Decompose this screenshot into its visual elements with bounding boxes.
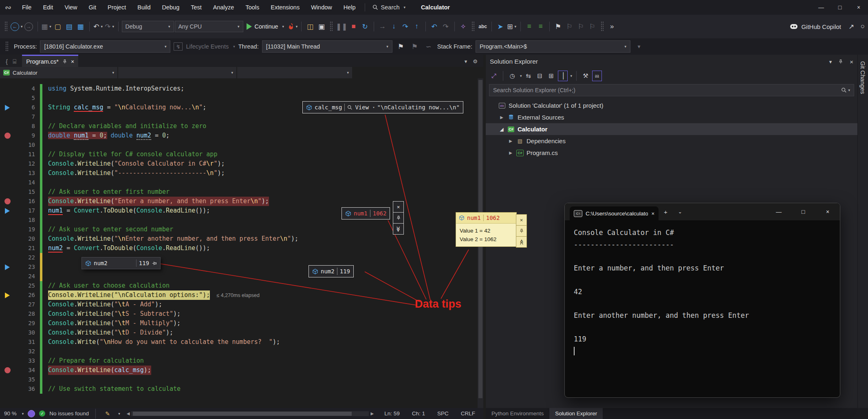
lifecycle-events-label[interactable]: Lifecycle Events — [186, 43, 229, 50]
breakpoint-gutter[interactable] — [0, 281, 15, 290]
code-text[interactable]: Console.WriteLine("\tA - Add"); — [42, 300, 162, 309]
breakpoint-gutter[interactable] — [0, 206, 15, 215]
code-text[interactable]: Console.WriteLine("Enter a number, and t… — [42, 197, 269, 206]
show-whitespace-icon[interactable]: abc — [478, 20, 488, 33]
code-text[interactable]: num1 = Convert.ToDouble(Console.ReadLine… — [42, 206, 210, 215]
code-line-22[interactable]: 22 — [0, 253, 483, 262]
breakpoint-gutter[interactable] — [0, 187, 15, 197]
panel-tab-solution-explorer[interactable]: Solution Explorer — [549, 408, 603, 419]
show-threads-in-source-icon[interactable]: ⚑ — [396, 40, 406, 53]
breakpoint-gutter[interactable] — [0, 140, 15, 150]
tree-expander-icon[interactable]: ▶ — [508, 139, 513, 143]
redo-icon[interactable]: ↷▾ — [104, 20, 115, 33]
code-text[interactable]: Console.WriteLine("\nCalculation options… — [42, 290, 260, 300]
code-text[interactable] — [42, 93, 48, 103]
switch-views-icon[interactable]: ⤢ — [489, 71, 499, 81]
pinned-datatip-note[interactable]: num1 1062 Value 1 = 42Value 2 = 1062 — [456, 212, 517, 247]
code-text[interactable]: // Ask user to choose calculation — [42, 281, 170, 290]
open-folder-icon[interactable]: ▢ — [53, 20, 63, 33]
menu-window[interactable]: Window — [305, 0, 338, 15]
pinned-tip-marker-icon[interactable] — [5, 264, 10, 270]
code-area[interactable]: 4using System.Runtime.InteropServices;56… — [0, 78, 483, 414]
pinned-tip-marker-icon[interactable] — [5, 208, 10, 214]
code-line-21[interactable]: 21num2 = Convert.ToDouble(Console.ReadLi… — [0, 244, 483, 253]
code-text[interactable]: String calc_msg = "\nCalculating now...\… — [42, 103, 206, 112]
menu-project[interactable]: Project — [102, 0, 132, 15]
feedback-icon[interactable] — [28, 410, 35, 417]
breakpoint-gutter[interactable] — [0, 159, 15, 168]
breakpoint-gutter[interactable] — [0, 84, 15, 93]
scroll-right-icon[interactable]: ▶ — [370, 411, 374, 416]
browse-files-icon[interactable]: ◫ — [305, 20, 315, 33]
code-line-9[interactable]: 9double num1 = 0; double num2 = 0; — [0, 131, 483, 140]
breakpoint-gutter[interactable] — [0, 328, 15, 337]
code-text[interactable]: Console.WriteLine("---------------------… — [42, 168, 225, 178]
pin-icon[interactable] — [62, 59, 67, 64]
tree-expander-icon[interactable]: ▶ — [508, 151, 513, 155]
datatip-view-label[interactable]: View — [355, 104, 369, 111]
code-line-26[interactable]: 26Console.WriteLine("\nCalculation optio… — [0, 290, 483, 300]
breakpoint-gutter[interactable] — [0, 122, 15, 131]
toolbar-grip[interactable] — [4, 21, 8, 32]
stack-frame-combo[interactable]: Program.<Main>$▾ — [476, 40, 630, 53]
code-text[interactable] — [42, 253, 48, 262]
code-line-24[interactable]: 24 — [0, 272, 483, 281]
properties-wrench-icon[interactable]: ⚒ — [581, 71, 590, 81]
tree-item-dependencies[interactable]: ▶▧Dependencies — [486, 135, 857, 147]
thread-combo[interactable]: [11032] Main Thread▾ — [262, 40, 392, 53]
menu-build[interactable]: Build — [132, 0, 156, 15]
line-indicator[interactable]: Ln: 59 — [384, 410, 400, 417]
code-line-32[interactable]: 32 — [0, 347, 483, 356]
save-all-icon[interactable]: ▦ — [75, 20, 86, 33]
type-dropdown[interactable]: ▾ — [118, 67, 237, 78]
code-line-17[interactable]: 17num1 = Convert.ToDouble(Console.ReadLi… — [0, 206, 483, 215]
expand-comments-icon[interactable]: ≫ — [393, 223, 404, 235]
document-tab[interactable]: Program.cs* × — [22, 55, 78, 67]
copy-docs-icon[interactable]: ⊞ — [546, 71, 556, 81]
tree-expander-icon[interactable]: ▶ — [499, 115, 504, 120]
git-changes-tab[interactable]: Git Changes — [859, 55, 866, 94]
code-text[interactable] — [42, 375, 48, 384]
terminal-minimize-button[interactable]: — — [767, 203, 791, 220]
code-text[interactable] — [42, 215, 48, 225]
code-text[interactable]: // Ask user to enter first number — [42, 187, 170, 197]
pin-icon[interactable] — [152, 261, 157, 266]
breakpoint-icon[interactable] — [4, 133, 11, 139]
clear-bookmarks-icon[interactable]: ⚐ — [587, 20, 598, 33]
stop-debugging-icon[interactable]: ■ — [348, 20, 359, 33]
breakpoint-gutter[interactable] — [0, 150, 15, 159]
close-icon[interactable]: × — [516, 214, 527, 226]
code-line-35[interactable]: 35 — [0, 375, 483, 384]
datatip-num2-pinned[interactable]: num2 119 — [82, 257, 161, 269]
datatip-num1[interactable]: num1 1062 — [341, 207, 390, 219]
pin-icon[interactable] — [838, 59, 843, 64]
code-line-19[interactable]: 19// Ask user to enter second number — [0, 225, 483, 234]
code-text[interactable]: double num1 = 0; double num2 = 0; — [42, 131, 170, 140]
code-text[interactable] — [42, 140, 48, 150]
close-icon[interactable]: × — [393, 201, 404, 213]
pending-changes-filter-icon[interactable]: ◷ — [507, 71, 517, 81]
close-tab-icon[interactable]: × — [651, 211, 654, 217]
tab-dropdown-icon[interactable]: ⌄ — [673, 203, 687, 220]
code-line-23[interactable]: 23 — [0, 262, 483, 272]
breakpoint-gutter[interactable] — [0, 290, 15, 300]
pin-icon[interactable] — [393, 212, 404, 224]
menu-analyze[interactable]: Analyze — [207, 0, 240, 15]
intellicode-icon[interactable]: ✧ — [458, 20, 469, 33]
toggle-flagged-threads-icon[interactable]: ∽ — [423, 40, 434, 53]
menu-file[interactable]: File — [16, 0, 37, 15]
code-text[interactable]: Console.Write("\nHow do you want to calc… — [42, 337, 280, 347]
code-line-25[interactable]: 25// Ask user to choose calculation — [0, 281, 483, 290]
menu-extensions[interactable]: Extensions — [265, 0, 305, 15]
chevron-down-icon[interactable]: ▾ — [571, 74, 573, 78]
new-project-icon[interactable]: ▦▾ — [41, 20, 52, 33]
tree-item-program-cs[interactable]: ▶C#Program.cs — [486, 147, 857, 159]
prev-bookmark-icon[interactable]: ⚐ — [564, 20, 575, 33]
code-text[interactable]: num2 = Convert.ToDouble(Console.ReadLine… — [42, 244, 210, 253]
issues-status[interactable]: No issues found — [49, 410, 89, 417]
breakpoint-gutter[interactable] — [0, 384, 15, 394]
breakpoint-gutter[interactable] — [0, 319, 15, 328]
menu-debug[interactable]: Debug — [156, 0, 185, 15]
tree-item-solution-calculator-1-of-1-project[interactable]: ∞Solution 'Calculator' (1 of 1 project) — [486, 100, 857, 111]
column-indicator[interactable]: Ch: 1 — [412, 410, 425, 417]
